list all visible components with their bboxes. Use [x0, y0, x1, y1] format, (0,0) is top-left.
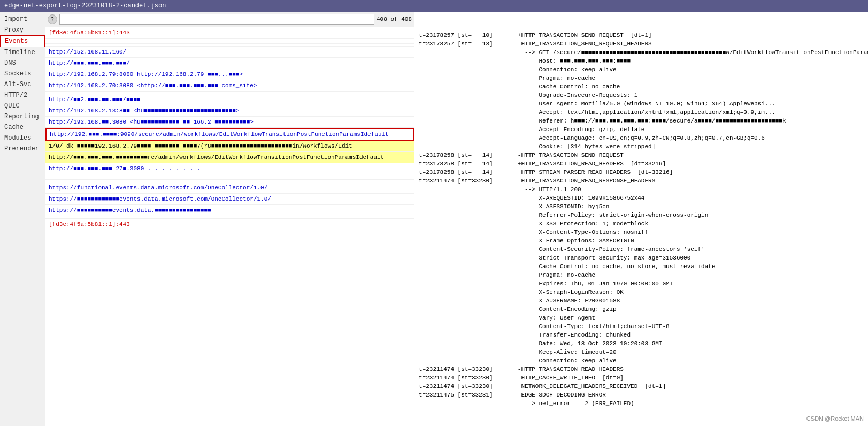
event-item[interactable]: http://192.168.2.13:8■■ <hu■■■■■■■■■■■■■… [45, 105, 414, 117]
title-text: edge-net-export-log-20231018-2-candel.js… [4, 2, 166, 10]
log-line: Accept-Encoding: gzip, deflate [419, 125, 864, 134]
sidebar-item-events[interactable]: Events [0, 35, 45, 47]
event-item[interactable]: [fd3e:4f5a:5b81::1]:443 [45, 27, 414, 39]
search-input[interactable] [59, 14, 374, 25]
log-line: Connection: keep-alive [419, 356, 864, 365]
log-line: t=23178258 [st= 14] +HTTP_TRANSACTION_RE… [419, 159, 864, 168]
log-line: X-Frame-Options: SAMEORIGIN [419, 237, 864, 245]
log-line: t=23211475 [st=33231] EDGE_SDCH_DECODING… [419, 391, 864, 399]
log-line: t=23211474 [st=33230] HTTP_TRANSACTION_R… [419, 177, 864, 185]
log-line: Transfer-Encoding: chunked [419, 331, 864, 339]
log-line: Referrer-Policy: strict-origin-when-cros… [419, 211, 864, 219]
log-line: t=23211474 [st=33230] HTTP_CACHE_WRITE_I… [419, 374, 864, 382]
log-line: X-XSS-Protection: 1; mode=block [419, 219, 864, 228]
log-line: t=23178258 [st= 14] -HTTP_TRANSACTION_SE… [419, 151, 864, 159]
sidebar-item-cache[interactable]: Cache [0, 122, 45, 133]
right-panel: t=23178257 [st= 10] +HTTP_TRANSACTION_SE… [414, 12, 868, 426]
sidebar-item-http2[interactable]: HTTP/2 [0, 90, 45, 101]
log-line: Pragma: no-cache [419, 74, 864, 82]
log-line: X-AREQUESTID: 1099x15866752x44 [419, 194, 864, 202]
title-bar: edge-net-export-log-20231018-2-candel.js… [0, 0, 868, 12]
log-line: Content-Type: text/html;charset=UTF-8 [419, 322, 864, 331]
log-line: Strict-Transport-Security: max-age=31536… [419, 254, 864, 262]
sidebar-item-sockets[interactable]: Sockets [0, 69, 45, 79]
log-line: --> HTTP/1.1 200 [419, 185, 864, 194]
log-line: Connection: keep-alive [419, 65, 864, 74]
log-line: X-ASESSIONID: hyj5cn [419, 202, 864, 211]
log-line: --> net_error = -2 (ERR_FAILED) [419, 399, 864, 408]
event-item[interactable]: 1/0/_dk_■■■■■192.168.2.79■■■■ ■■■■■■■ ■■… [45, 141, 414, 152]
log-line: Content-Encoding: gzip [419, 305, 864, 314]
event-item[interactable]: https://■■■■■■■■■■events.data.■■■■■■■■■■… [45, 205, 414, 216]
log-line: X-Seraph-LoginReason: OK [419, 288, 864, 296]
sidebar-item-proxy[interactable]: Proxy [0, 25, 45, 35]
log-line: Referer: h■■■://■■■.■■■.■■■.■■■:■■■■/sec… [419, 117, 864, 125]
log-line: t=23178257 [st= 10] +HTTP_TRANSACTION_SE… [419, 31, 864, 40]
help-button[interactable]: ? [48, 14, 57, 24]
sidebar: ImportProxyEventsTimelineDNSSocketsAlt-S… [0, 12, 45, 426]
log-line: t=23178258 [st= 14] HTTP_STREAM_PARSER_R… [419, 168, 864, 177]
event-item[interactable]: http://■■■.■■■.■■■.■■■■■■■■■re/admin/wor… [45, 152, 414, 163]
sidebar-item-alt-svc[interactable]: Alt-Svc [0, 79, 45, 90]
log-line: Accept: text/html,application/xhtml+xml,… [419, 108, 864, 117]
sidebar-item-prerender[interactable]: Prerender [0, 143, 45, 154]
sidebar-item-dns[interactable]: DNS [0, 58, 45, 69]
event-item[interactable]: https://■■■■■■■■■■■■events.data.microsof… [45, 194, 414, 205]
log-line: User-Agent: Mozilla/5.0 (Windows NT 10.0… [419, 100, 864, 108]
event-item[interactable]: http://192.168.2.70:3080 <http://■■■.■■■… [45, 80, 414, 92]
log-line: t=23211474 [st=33230] -HTTP_TRANSACTION_… [419, 365, 864, 374]
log-line: Keep-Alive: timeout=20 [419, 348, 864, 356]
log-content: t=23178257 [st= 10] +HTTP_TRANSACTION_SE… [414, 12, 868, 426]
sidebar-item-reporting[interactable]: Reporting [0, 111, 45, 122]
watermark: CSDN @Rocket MAN [806, 415, 864, 422]
event-item[interactable]: [fd3e:4f5a:5b81::1]:443 [45, 219, 414, 230]
event-item[interactable]: http://152.168.11.160/ [45, 47, 414, 58]
log-line: Cache-Control: no-cache [419, 82, 864, 91]
log-line: Accept-Language: en-US,en;q=0.9,zh-CN;q=… [419, 134, 864, 142]
log-line: Host: ■■■.■■■.■■■.■■■:■■■■ [419, 57, 864, 65]
log-line: Cache-Control: no-cache, no-store, must-… [419, 262, 864, 271]
log-line: Pragma: no-cache [419, 271, 864, 279]
log-line: t=23211474 [st=33230] NETWORK_DELEGATE_H… [419, 382, 864, 391]
log-line: Content-Security-Policy: frame-ancestors… [419, 245, 864, 254]
event-item[interactable]: http://■■■.■■■.■■■ 27■.3080 . . . . . . … [45, 163, 414, 174]
event-item[interactable]: http://■■2.■■■.■■.■■■/■■■■ [45, 94, 414, 105]
log-line: t=23178257 [st= 13] HTTP_TRANSACTION_SEN… [419, 40, 864, 48]
result-count: 408 of 408 [377, 16, 412, 22]
event-item[interactable]: http://192.■■■.■■■■:9090/secure/admin/wo… [45, 128, 414, 141]
middle-panel: ? 408 of 408 [fd3e:4f5a:5b81::1]:443http… [45, 12, 414, 426]
log-line: X-Content-Type-Options: nosniff [419, 228, 864, 237]
sidebar-item-import[interactable]: Import [0, 14, 45, 25]
log-line: Vary: User-Agent [419, 314, 864, 322]
log-line: --> GET /secure/■■■■■■■■■■■■■■■■■■■■■■■■… [419, 48, 864, 57]
log-line: X-AUSERNAME: F20G001588 [419, 296, 864, 305]
sidebar-item-modules[interactable]: Modules [0, 133, 45, 143]
log-line: Date: Wed, 18 Oct 2023 10:20:08 GMT [419, 339, 864, 348]
log-line: Cookie: [314 bytes were stripped] [419, 142, 864, 151]
event-item[interactable]: http://192.168.■■.3080 <hu■■■■■■■■■■■ ■■… [45, 117, 414, 128]
search-bar: ? 408 of 408 [45, 12, 414, 27]
events-list: [fd3e:4f5a:5b81::1]:443http://152.168.11… [45, 27, 414, 426]
sidebar-item-quic[interactable]: QUIC [0, 101, 45, 111]
log-line: Expires: Thu, 01 Jan 1970 00:00:00 GMT [419, 279, 864, 288]
log-line: Upgrade-Insecure-Requests: 1 [419, 91, 864, 100]
event-item[interactable]: https://functional.events.data.microsoft… [45, 182, 414, 194]
sidebar-item-timeline[interactable]: Timeline [0, 47, 45, 58]
event-item[interactable]: http://■■■.■■■.■■■.■■■/ [45, 58, 414, 69]
event-item[interactable]: http://192.168.2.79:8080 http://192.168.… [45, 69, 414, 80]
